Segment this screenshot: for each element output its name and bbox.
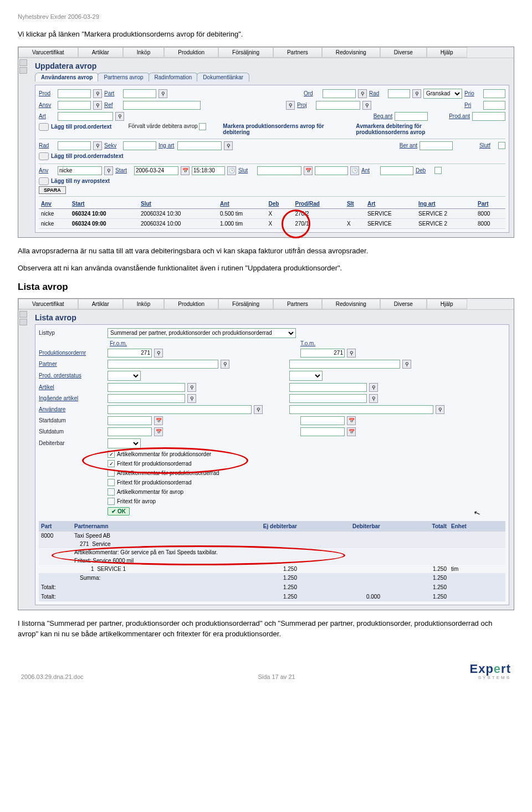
search-icon[interactable]: ⚲ [224,141,233,150]
home-icon[interactable] [19,59,27,66]
input-art[interactable] [58,112,113,121]
menu-inkop[interactable]: Inköp [123,299,164,309]
checkbox-option[interactable] [108,498,115,505]
checkbox-slutf[interactable] [498,142,505,149]
search-icon[interactable]: ⚲ [362,101,371,110]
menu-inkop[interactable]: Inköp [123,47,164,58]
input-prodnr-to[interactable] [300,349,345,358]
menu-produktion[interactable]: Produktion [164,47,218,58]
input-ord[interactable] [323,89,356,98]
input-prio[interactable] [483,89,505,98]
input-ingart[interactable] [177,141,222,150]
input-partner-from[interactable] [108,360,218,369]
search-icon[interactable]: ⚲ [412,89,421,98]
search-icon[interactable]: ⚲ [221,360,229,369]
input-prodnr-from[interactable] [108,349,152,358]
th-prodrad[interactable]: Prod/Rad [293,199,345,209]
menu-diverse[interactable]: Diverse [380,47,427,58]
save-button[interactable]: SPARA [39,186,66,194]
input-startdate[interactable] [134,166,178,175]
search-icon[interactable]: ⚲ [93,89,102,98]
search-icon[interactable]: ⚲ [286,101,295,110]
input-anvandare-to[interactable] [289,405,433,414]
tab-anvandarens-avrop[interactable]: Användarens avrop [35,73,99,81]
tab-partnerns-avrop[interactable]: Partnerns avrop [98,73,149,81]
search-icon[interactable]: ⚲ [187,394,196,403]
table-row[interactable]: nicke 060324 10:00 20060324 10:30 0.500 … [39,208,505,218]
home-icon[interactable] [19,311,27,318]
table-row[interactable]: nicke 060324 09:00 20060324 10:00 1.000 … [39,218,505,228]
input-slutdatum-from[interactable] [108,427,152,436]
menu-hjalp[interactable]: Hjälp [427,299,467,309]
input-rad[interactable] [388,89,410,98]
th-deb[interactable]: Deb [267,199,293,209]
th-part[interactable]: Part [475,199,505,209]
input-startdatum-to[interactable] [300,416,345,425]
search-icon[interactable]: ⚲ [402,360,411,369]
menu-redovisning[interactable]: Redovisning [322,47,380,58]
input-artikel-from[interactable] [108,383,185,392]
input-begant[interactable] [395,112,428,121]
search-icon[interactable]: ⚲ [104,166,113,175]
input-ingartikel-to[interactable] [289,394,367,403]
input-slutdatum-to[interactable] [300,427,345,436]
menu-redovisning[interactable]: Redovisning [322,299,380,309]
select-debiterbar[interactable] [108,438,141,448]
calendar-icon[interactable]: 📅 [304,166,313,175]
link-markera-debitering[interactable]: Markera produktionsorderns avrop för deb… [223,123,339,135]
th-start[interactable]: Start [70,199,139,209]
calendar-icon[interactable]: 📅 [347,427,356,436]
input-berant[interactable] [420,141,453,150]
input-rad2[interactable] [58,141,91,150]
checkbox-deb[interactable] [434,167,442,174]
search-icon[interactable]: ⚲ [436,405,444,414]
add-radtext-button[interactable]: Lägg till prod.orderradstext [39,152,124,160]
menu-diverse[interactable]: Diverse [380,299,427,309]
input-artikel-to[interactable] [289,383,367,392]
search-icon[interactable]: ⚲ [115,112,124,121]
search-icon[interactable]: ⚲ [93,101,102,110]
input-anv[interactable] [58,166,102,175]
search-icon[interactable]: ⚲ [369,383,378,392]
search-icon[interactable]: ⚲ [93,141,102,150]
menu-partners[interactable]: Partners [273,299,322,309]
tab-dokumentlankar[interactable]: Dokumentlänkar [197,73,249,81]
th-slt[interactable]: Slt [345,199,365,209]
input-sluttime[interactable] [315,166,348,175]
search-icon[interactable]: ⚲ [158,89,167,98]
th-anv[interactable]: Anv [39,199,70,209]
input-proj[interactable] [316,101,360,110]
menu-varucertifikat[interactable]: Varucertifikat [18,299,78,309]
select-status-to[interactable] [289,371,323,381]
th-slut[interactable]: Slut [139,199,218,209]
calendar-icon[interactable]: 📅 [347,416,356,425]
calendar-icon[interactable]: 📅 [154,427,163,436]
input-ingartikel-from[interactable] [108,394,185,403]
search-icon[interactable]: ⚲ [369,394,378,403]
checkbox-option[interactable] [108,469,115,477]
input-prod[interactable] [58,89,91,98]
menu-partners[interactable]: Partners [273,47,322,58]
clock-icon[interactable]: 🕒 [350,166,359,175]
th-art[interactable]: Art [365,199,416,209]
menu-hjalp[interactable]: Hjälp [427,47,467,58]
input-ansv[interactable] [58,101,91,110]
search-icon[interactable]: ⚲ [347,349,356,358]
menu-artiklar[interactable]: Artiklar [78,299,123,309]
search-icon[interactable]: ⚲ [254,405,263,414]
checkbox-option[interactable] [108,451,115,458]
checkbox-forvalt[interactable] [199,123,206,130]
search-icon[interactable]: ⚲ [187,383,196,392]
calendar-icon[interactable]: 📅 [154,416,163,425]
input-anvandare-from[interactable] [108,405,252,414]
clock-icon[interactable]: 🕒 [227,166,236,175]
input-startdatum-from[interactable] [108,416,152,425]
th-ant[interactable]: Ant [218,199,267,209]
search-icon[interactable]: ⚲ [154,349,163,358]
input-prodant[interactable] [472,112,505,121]
input-ref[interactable] [123,101,201,110]
input-slutdate[interactable] [257,166,301,175]
th-ingart[interactable]: Ing art [416,199,475,209]
input-sekv[interactable] [123,141,156,150]
input-ant[interactable] [380,166,413,175]
